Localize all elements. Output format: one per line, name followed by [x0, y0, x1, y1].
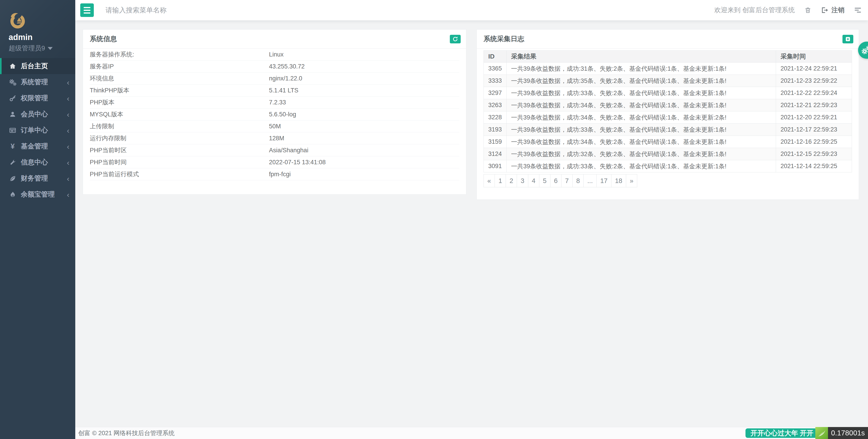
cell-time: 2021-12-16 22:59:25 — [776, 136, 852, 148]
chevron-left-icon: ‹ — [67, 191, 69, 198]
page-6[interactable]: 6 — [550, 174, 561, 187]
sidebar-item-label: 余额宝管理 — [21, 190, 55, 199]
page-8[interactable]: 8 — [572, 174, 584, 187]
cell-id: 3228 — [484, 112, 506, 124]
info-label: 服务器操作系统: — [90, 51, 269, 59]
trash-icon[interactable] — [804, 6, 811, 14]
table-row: 3091一共39条收益数据，成功:33条、失败:2条、基金代码错误:1条、基金未… — [484, 160, 852, 173]
cell-id: 3091 — [484, 160, 506, 173]
system-info-header: 系统信息 — [83, 30, 466, 49]
sidebar-menu: 后台主页 系统管理 ‹ 权限管理 ‹ — [0, 58, 75, 202]
refresh-button[interactable] — [450, 35, 461, 43]
key-icon — [8, 95, 17, 102]
caret-down-icon — [48, 47, 53, 50]
thinkphp-logo[interactable] — [815, 427, 828, 439]
debug-message-badge: 开开心心过大年 开开 — [745, 428, 827, 438]
info-label: MYSQL版本 — [90, 110, 269, 118]
info-label: PHP当前运行模式 — [90, 170, 269, 178]
menu-search-input[interactable] — [105, 6, 268, 14]
col-header-id: ID — [484, 51, 506, 63]
copyright-text: 创富 © 2021 网络科技后台管理系统 — [78, 429, 175, 437]
order-list-icon — [8, 127, 17, 134]
sidebar-item-label: 信息中心 — [21, 158, 48, 167]
sidebar-item-label: 订单中心 — [21, 126, 48, 135]
chevron-left-icon: ‹ — [67, 127, 69, 134]
list-icon[interactable] — [854, 7, 862, 13]
sidebar-item-orders[interactable]: 订单中心 ‹ — [0, 122, 75, 138]
sidebar-toggle-button[interactable] — [80, 3, 94, 17]
cell-time: 2021-12-24 22:59:21 — [776, 63, 852, 75]
cell-result: 一共39条收益数据，成功:33条、失败:2条、基金代码错误:1条、基金未更新:1… — [506, 87, 776, 99]
sidebar-user-block: admin 超级管理员9 — [0, 0, 75, 58]
navbar-right-cluster: 欢迎来到 创富后台管理系统 注销 — [714, 6, 862, 15]
sidebar-item-label: 会员中心 — [21, 109, 48, 119]
sidebar-item-members[interactable]: 会员中心 ‹ — [0, 106, 75, 122]
debug-trace-bar: 开开心心过大年 开开 0.178001s — [745, 427, 868, 439]
info-row: PHP当前时间2022-07-15 13:41:08 — [90, 156, 459, 168]
sidebar-item-label: 后台主页 — [21, 61, 48, 71]
logout-button[interactable]: 注销 — [821, 6, 844, 15]
page-4[interactable]: 4 — [528, 174, 539, 187]
page-prev[interactable]: « — [484, 174, 495, 187]
cell-id: 3333 — [484, 75, 506, 87]
username: admin — [8, 33, 75, 42]
sidebar-item-label: 财务管理 — [21, 174, 48, 183]
info-row: 上传限制50M — [90, 120, 459, 132]
table-row: 3297一共39条收益数据，成功:33条、失败:2条、基金代码错误:1条、基金未… — [484, 87, 852, 99]
cell-result: 一共39条收益数据，成功:34条、失败:2条、基金代码错误:1条、基金未更新:1… — [506, 99, 776, 112]
page-3[interactable]: 3 — [517, 174, 528, 187]
sidebar-item-info[interactable]: 信息中心 ‹ — [0, 154, 75, 170]
info-label: ThinkPHP版本 — [90, 86, 269, 94]
info-row: 运行内存限制128M — [90, 132, 459, 145]
theme-settings-fab[interactable] — [858, 41, 868, 59]
page-7[interactable]: 7 — [561, 174, 572, 187]
info-label: 运行内存限制 — [90, 134, 269, 142]
sidebar-item-system[interactable]: 系统管理 ‹ — [0, 74, 75, 90]
info-row: 服务器操作系统:Linux — [90, 49, 459, 61]
cell-id: 3159 — [484, 136, 506, 148]
wrench-icon — [8, 159, 17, 166]
system-info-panel: 系统信息 服务器操作系统:Linux 服务器IP43.255.30.72 环境信… — [83, 29, 466, 194]
sidebar-item-yuebao[interactable]: 余额宝管理 ‹ — [0, 186, 75, 202]
page-18[interactable]: 18 — [611, 174, 626, 187]
page-next[interactable]: » — [626, 174, 637, 187]
sidebar-item-permissions[interactable]: 权限管理 ‹ — [0, 90, 75, 106]
info-label: PHP当前时间 — [90, 158, 269, 166]
info-label: 环境信息 — [90, 74, 269, 83]
cell-result: 一共39条收益数据，成功:34条、失败:2条、基金代码错误:1条、基金未更新:2… — [506, 112, 776, 124]
info-row: PHP版本7.2.33 — [90, 96, 459, 108]
brand-dragon-logo — [8, 11, 26, 29]
info-value: 43.255.30.72 — [269, 63, 459, 70]
page-2[interactable]: 2 — [506, 174, 517, 187]
cell-id: 3365 — [484, 63, 506, 75]
collect-log-header: 系统采集日志 — [477, 30, 859, 49]
user-role-dropdown[interactable]: 超级管理员9 — [8, 44, 75, 53]
top-navbar: 欢迎来到 创富后台管理系统 注销 — [75, 0, 868, 20]
table-row: 3333一共39条收益数据，成功:35条、失败:2条、基金代码错误:1条、基金未… — [484, 75, 852, 87]
chevron-left-icon: ‹ — [67, 159, 69, 166]
page-1[interactable]: 1 — [495, 174, 506, 187]
sidebar-item-finance[interactable]: 财务管理 ‹ — [0, 170, 75, 186]
collect-log-body: ID 采集结果 采集时间 3365一共39条收益数据，成功:31条、失败:2条、… — [477, 49, 859, 199]
table-header-row: ID 采集结果 采集时间 — [484, 51, 852, 63]
page-5[interactable]: 5 — [539, 174, 550, 187]
table-row: 3193一共39条收益数据，成功:33条、失败:2条、基金代码错误:1条、基金未… — [484, 124, 852, 136]
sidebar-item-home[interactable]: 后台主页 — [0, 58, 75, 74]
info-row: 环境信息nginx/1.22.0 — [90, 72, 459, 85]
cell-time: 2021-12-21 22:59:23 — [776, 99, 852, 112]
info-value: Asia/Shanghai — [269, 147, 459, 154]
chevron-left-icon: ‹ — [67, 94, 69, 102]
cell-time: 2021-12-23 22:59:22 — [776, 75, 852, 87]
user-icon — [8, 111, 17, 118]
table-row: 3159一共39条收益数据，成功:34条、失败:2条、基金代码错误:1条、基金未… — [484, 136, 852, 148]
page-17[interactable]: 17 — [596, 174, 611, 187]
info-row: MYSQL版本5.6.50-log — [90, 108, 459, 120]
info-label: 服务器IP — [90, 62, 269, 70]
table-row: 3263一共39条收益数据，成功:34条、失败:2条、基金代码错误:1条、基金未… — [484, 99, 852, 112]
info-value: nginx/1.22.0 — [269, 75, 459, 82]
add-button[interactable] — [842, 35, 853, 43]
sidebar-item-funds[interactable]: ¥ 基金管理 ‹ — [0, 138, 75, 154]
info-row: PHP当前运行模式fpm-fcgi — [90, 168, 459, 180]
info-value: 50M — [269, 123, 459, 130]
cell-result: 一共39条收益数据，成功:33条、失败:2条、基金代码错误:1条、基金未更新:1… — [506, 160, 776, 173]
